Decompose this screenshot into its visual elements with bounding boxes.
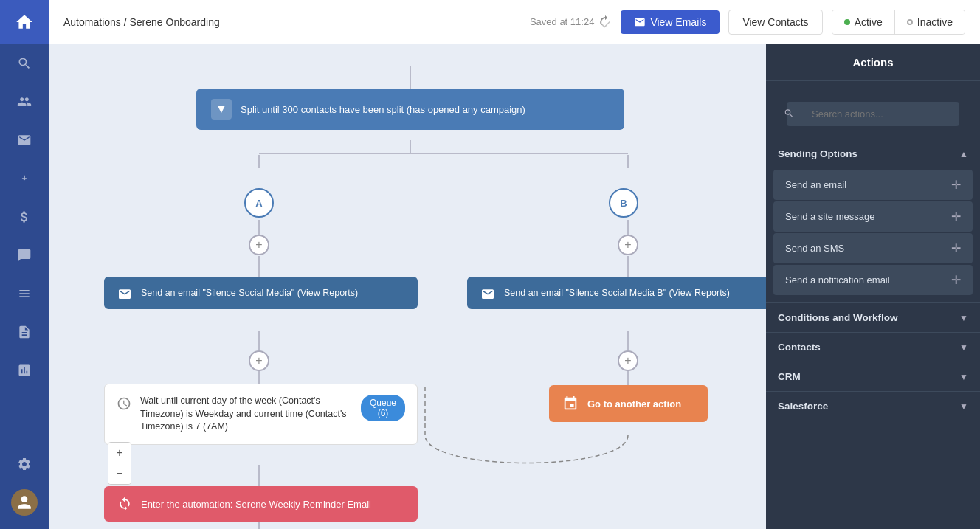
sidebar-item-reports[interactable] bbox=[0, 351, 49, 390]
conditions-workflow-header[interactable]: Conditions and Workflow ▼ bbox=[766, 302, 980, 332]
node-split[interactable]: ▼ Split until 300 contacts have been spl… bbox=[196, 89, 624, 130]
active-button[interactable]: Active bbox=[832, 10, 894, 34]
inactive-dot bbox=[907, 19, 913, 25]
add-node-b-bottom[interactable]: + bbox=[618, 350, 638, 371]
action-send-email[interactable]: Send an email ✛ bbox=[773, 170, 973, 200]
sidebar-item-settings[interactable] bbox=[0, 445, 49, 483]
sidebar-item-contacts[interactable] bbox=[0, 83, 49, 121]
breadcrumb-root[interactable]: Automations bbox=[63, 16, 121, 28]
add-node-a-bottom[interactable]: + bbox=[249, 350, 269, 371]
sidebar-item-email[interactable] bbox=[0, 121, 49, 159]
workflow-canvas[interactable]: ▼ Split until 300 contacts have been spl… bbox=[49, 44, 766, 529]
node-wait-label: Wait until current day of the week (Cont… bbox=[140, 395, 352, 434]
header: Automations / Serene Onboarding Saved at… bbox=[49, 0, 980, 44]
sidebar-avatar[interactable] bbox=[0, 483, 49, 522]
crm-label: CRM bbox=[778, 371, 801, 382]
search-icon bbox=[784, 108, 794, 120]
node-goto-label: Go to another action bbox=[587, 398, 681, 409]
sidebar-item-chat[interactable] bbox=[0, 236, 49, 274]
sidebar bbox=[0, 0, 49, 529]
action-send-email-plus[interactable]: ✛ bbox=[951, 178, 961, 192]
status-toggle: Active Inactive bbox=[832, 10, 965, 35]
zoom-controls: + − bbox=[108, 442, 131, 485]
content-area: ▼ Split until 300 contacts have been spl… bbox=[49, 44, 980, 529]
add-node-a-top[interactable]: + bbox=[249, 235, 269, 255]
node-goto[interactable]: Go to another action bbox=[549, 385, 708, 422]
saved-status: Saved at 11:24 bbox=[530, 15, 612, 29]
contacts-chevron: ▼ bbox=[959, 342, 968, 353]
node-wait[interactable]: Wait until current day of the week (Cont… bbox=[104, 384, 418, 445]
split-icon: ▼ bbox=[211, 99, 232, 120]
circle-a: A bbox=[244, 188, 274, 218]
contacts-section-label: Contacts bbox=[778, 342, 821, 353]
view-contacts-label: View Contacts bbox=[742, 16, 808, 28]
action-send-notification-plus[interactable]: ✛ bbox=[951, 273, 961, 287]
conditions-workflow-chevron: ▼ bbox=[959, 313, 968, 323]
salesforce-label: Salesforce bbox=[778, 401, 828, 412]
add-node-b-top[interactable]: + bbox=[618, 235, 638, 255]
sidebar-logo[interactable] bbox=[0, 0, 49, 44]
queue-badge: Queue (6) bbox=[361, 395, 405, 421]
salesforce-header[interactable]: Salesforce ▼ bbox=[766, 391, 980, 421]
sidebar-item-lists[interactable] bbox=[0, 274, 49, 313]
inactive-button[interactable]: Inactive bbox=[894, 10, 965, 34]
node-enter-label: Enter the automation: Serene Weekly Remi… bbox=[141, 499, 371, 510]
action-send-notification[interactable]: Send a notification email ✛ bbox=[773, 265, 973, 295]
node-email-b[interactable]: Send an email "Silence Social Media B" (… bbox=[467, 277, 766, 309]
node-email-b-label: Send an email "Silence Social Media B" (… bbox=[504, 288, 730, 298]
sending-options-label: Sending Options bbox=[778, 148, 858, 159]
workflow-container: ▼ Split until 300 contacts have been spl… bbox=[49, 44, 766, 529]
sending-options-header[interactable]: Sending Options ▲ bbox=[766, 139, 980, 168]
sidebar-item-revenue[interactable] bbox=[0, 198, 49, 236]
panel-title: Actions bbox=[766, 44, 980, 81]
breadcrumb: Automations / Serene Onboarding bbox=[63, 16, 521, 28]
inactive-label: Inactive bbox=[917, 16, 953, 28]
sidebar-item-analytics[interactable] bbox=[0, 159, 49, 198]
sidebar-item-search[interactable] bbox=[0, 44, 49, 83]
action-send-sms[interactable]: Send an SMS ✛ bbox=[773, 233, 973, 263]
action-send-site-message[interactable]: Send a site message ✛ bbox=[773, 201, 973, 232]
circle-b: B bbox=[609, 188, 638, 218]
action-send-site-message-plus[interactable]: ✛ bbox=[951, 210, 961, 224]
active-label: Active bbox=[855, 16, 883, 28]
node-enter[interactable]: Enter the automation: Serene Weekly Remi… bbox=[104, 486, 418, 522]
salesforce-chevron: ▼ bbox=[959, 401, 968, 412]
crm-header[interactable]: CRM ▼ bbox=[766, 362, 980, 391]
zoom-out-button[interactable]: − bbox=[108, 463, 131, 484]
conditions-workflow-label: Conditions and Workflow bbox=[778, 312, 898, 323]
main-area: Automations / Serene Onboarding Saved at… bbox=[49, 0, 980, 529]
search-actions-input[interactable] bbox=[787, 102, 959, 126]
breadcrumb-current: Serene Onboarding bbox=[130, 16, 220, 28]
sending-options-section: Sending Options ▲ Send an email ✛ Send a… bbox=[766, 139, 980, 302]
action-send-sms-plus[interactable]: ✛ bbox=[951, 241, 961, 255]
view-emails-label: View Emails bbox=[650, 16, 706, 28]
crm-chevron: ▼ bbox=[959, 372, 968, 382]
sidebar-item-content[interactable] bbox=[0, 313, 49, 351]
right-panel: Actions Sending Options ▲ Send an email … bbox=[766, 44, 980, 529]
view-contacts-button[interactable]: View Contacts bbox=[728, 10, 822, 35]
sending-options-chevron: ▲ bbox=[959, 149, 968, 159]
node-split-label: Split until 300 contacts have been split… bbox=[241, 104, 525, 115]
zoom-in-button[interactable]: + bbox=[108, 443, 131, 463]
breadcrumb-separator: / bbox=[124, 16, 130, 28]
contacts-header[interactable]: Contacts ▼ bbox=[766, 332, 980, 362]
node-email-a-label: Send an email "Silence Social Media" (Vi… bbox=[141, 288, 358, 298]
search-wrapper bbox=[776, 91, 970, 136]
active-dot bbox=[844, 19, 850, 25]
view-emails-button[interactable]: View Emails bbox=[621, 10, 720, 34]
node-email-a[interactable]: Send an email "Silence Social Media" (Vi… bbox=[104, 277, 418, 309]
